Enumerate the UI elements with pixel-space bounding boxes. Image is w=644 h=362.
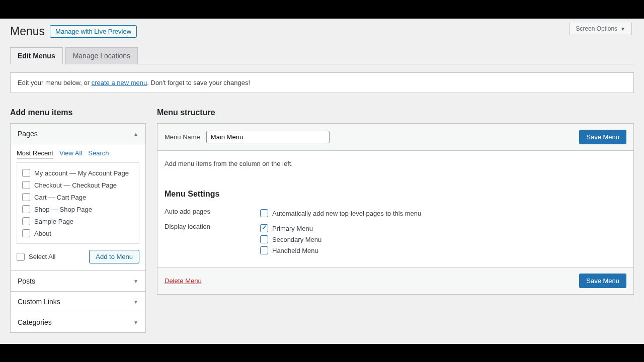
manage-live-preview-button[interactable]: Manage with Live Preview: [50, 25, 137, 38]
accordion-custom-links-label: Custom Links: [18, 298, 60, 306]
menu-structure-title: Menu structure: [157, 108, 634, 117]
create-new-menu-link[interactable]: create a new menu: [92, 79, 147, 86]
location-secondary-checkbox[interactable]: [260, 235, 268, 243]
page-checkbox-about[interactable]: [22, 229, 30, 237]
page-checkbox-my-account[interactable]: [22, 169, 30, 177]
screen-options-label: Screen Options: [576, 25, 617, 32]
page-title: Menus: [10, 25, 45, 38]
location-handheld-label: Handheld Menu: [272, 247, 318, 254]
accordion-categories-header[interactable]: Categories ▼: [11, 312, 145, 332]
delete-menu-link[interactable]: Delete Menu: [165, 277, 202, 285]
pages-checklist: My account — My Account Page Checkout — …: [17, 162, 139, 244]
subtab-most-recent[interactable]: Most Recent: [17, 149, 53, 158]
accordion-pages-header[interactable]: Pages ▲: [11, 124, 145, 144]
chevron-down-icon: ▼: [620, 26, 625, 32]
accordion-posts: Posts ▼: [10, 270, 146, 292]
page-checkbox-cart[interactable]: [22, 193, 30, 201]
chevron-up-icon: ▲: [133, 131, 138, 137]
accordion-posts-label: Posts: [18, 277, 35, 285]
menu-body-hint: Add menu items from the column on the le…: [157, 151, 633, 183]
menu-settings-title: Menu Settings: [165, 190, 633, 199]
auto-add-option-label: Automatically add new top-level pages to…: [272, 210, 421, 217]
top-black-bar: [0, 0, 644, 19]
add-to-menu-button[interactable]: Add to Menu: [89, 250, 139, 263]
auto-add-checkbox[interactable]: [260, 209, 268, 217]
chevron-down-icon: ▼: [133, 279, 138, 284]
save-menu-button-top[interactable]: Save Menu: [579, 130, 626, 144]
page-checkbox-sample-page[interactable]: [22, 217, 30, 225]
accordion-categories: Categories ▼: [10, 312, 146, 333]
select-all-label: Select All: [29, 253, 55, 260]
tab-edit-menus[interactable]: Edit Menus: [10, 47, 63, 64]
menu-name-label: Menu Name: [165, 133, 200, 141]
save-menu-button-bottom[interactable]: Save Menu: [579, 274, 626, 288]
location-handheld-checkbox[interactable]: [260, 246, 268, 254]
location-primary-label: Primary Menu: [272, 225, 313, 232]
accordion-custom-links: Custom Links ▼: [10, 291, 146, 312]
bottom-black-bar: [0, 344, 644, 362]
notice-suffix: . Don't forget to save your changes!: [147, 79, 250, 86]
page-label: Checkout — Checkout Page: [34, 182, 117, 189]
chevron-down-icon: ▼: [133, 299, 138, 305]
nav-tabs: Edit Menus Manage Locations: [10, 47, 634, 64]
display-location-label: Display location: [165, 223, 260, 230]
page-checkbox-checkout[interactable]: [22, 181, 30, 189]
page-label: My account — My Account Page: [34, 169, 129, 177]
notice-bar: Edit your menu below, or create a new me…: [10, 72, 634, 93]
accordion-categories-label: Categories: [18, 318, 52, 326]
accordion-custom-links-header[interactable]: Custom Links ▼: [11, 292, 145, 312]
subtab-search[interactable]: Search: [88, 149, 109, 158]
select-all-wrap[interactable]: Select All: [17, 253, 55, 261]
page-label: Cart — Cart Page: [34, 194, 86, 201]
screen-options-toggle[interactable]: Screen Options ▼: [569, 23, 632, 35]
auto-add-pages-label: Auto add pages: [165, 208, 260, 215]
location-primary-checkbox[interactable]: [260, 224, 268, 232]
page-label: Shop — Shop Page: [34, 206, 92, 213]
menu-frame: Menu Name Save Menu Add menu items from …: [157, 123, 634, 295]
chevron-down-icon: ▼: [133, 320, 138, 325]
page-label: Sample Page: [34, 218, 73, 225]
select-all-checkbox[interactable]: [17, 253, 25, 261]
accordion-pages: Pages ▲ Most Recent View All Search My a…: [10, 123, 146, 271]
page-label: About: [34, 230, 51, 237]
accordion-posts-header[interactable]: Posts ▼: [11, 271, 145, 291]
tab-manage-locations[interactable]: Manage Locations: [65, 47, 138, 64]
menu-name-input[interactable]: [206, 131, 330, 143]
location-secondary-label: Secondary Menu: [272, 236, 321, 243]
add-menu-items-title: Add menu items: [10, 108, 146, 117]
page-checkbox-shop[interactable]: [22, 205, 30, 213]
subtab-view-all[interactable]: View All: [59, 149, 82, 158]
notice-prefix: Edit your menu below, or: [18, 79, 92, 86]
accordion-pages-label: Pages: [18, 130, 38, 138]
